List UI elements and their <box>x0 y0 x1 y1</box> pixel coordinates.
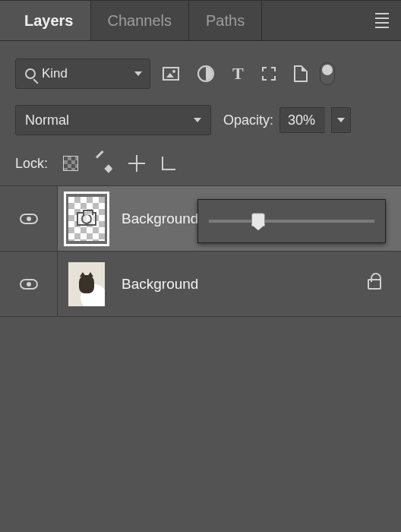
tab-paths[interactable]: Paths <box>189 1 262 40</box>
search-icon <box>25 68 36 79</box>
tab-channels[interactable]: Channels <box>91 1 190 40</box>
opacity-value-field[interactable]: 30% <box>279 107 325 133</box>
opacity-slider-track[interactable] <box>209 220 374 223</box>
layer-thumbnail[interactable] <box>64 257 109 312</box>
filter-pixel-layers-icon[interactable] <box>163 67 179 81</box>
blend-mode-select[interactable]: Normal <box>15 105 211 135</box>
filter-type-layers-icon[interactable]: T <box>232 64 244 84</box>
layer-row[interactable]: Background <box>0 252 401 317</box>
opacity-value: 30% <box>288 112 315 128</box>
panel-tab-strip: Layers Channels Paths <box>0 0 401 41</box>
opacity-slider-popup <box>197 199 386 243</box>
layer-thumbnail[interactable] <box>64 192 109 246</box>
visibility-toggle-icon[interactable] <box>20 214 38 224</box>
layer-filter-kind-select[interactable]: Kind <box>15 59 150 89</box>
visibility-toggle-icon[interactable] <box>20 279 38 290</box>
chevron-down-icon <box>134 71 142 76</box>
chevron-down-icon <box>194 118 201 122</box>
lock-position-icon[interactable] <box>128 155 145 172</box>
tab-layers[interactable]: Layers <box>8 1 91 40</box>
lock-artboard-icon[interactable] <box>162 157 175 170</box>
filter-adjustment-layers-icon[interactable] <box>197 65 214 82</box>
locked-layer-icon <box>368 279 381 290</box>
panel-menu-icon[interactable] <box>372 10 392 31</box>
lock-image-pixels-icon[interactable] <box>95 155 112 172</box>
opacity-slider-thumb[interactable] <box>251 213 265 226</box>
filter-kind-label: Kind <box>42 66 68 81</box>
lock-transparent-pixels-icon[interactable] <box>63 156 78 171</box>
lock-label: Lock: <box>15 156 48 172</box>
layer-name-label[interactable]: Background <box>122 276 368 293</box>
filter-shape-layers-icon[interactable] <box>262 67 276 81</box>
blend-mode-value: Normal <box>25 112 69 128</box>
opacity-label: Opacity: <box>223 112 273 128</box>
filter-smart-object-icon[interactable] <box>294 65 308 82</box>
smart-object-camera-icon <box>77 212 96 226</box>
filter-toggle-switch[interactable] <box>320 62 335 85</box>
chevron-down-icon <box>337 118 345 122</box>
opacity-flyout-button[interactable] <box>331 107 351 133</box>
